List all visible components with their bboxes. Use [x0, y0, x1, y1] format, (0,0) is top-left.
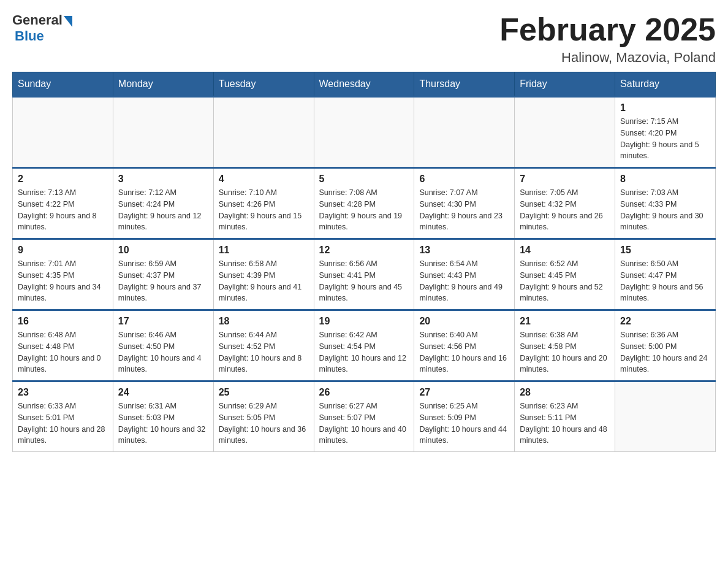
day-number: 19 — [319, 316, 409, 327]
day-number: 1 — [620, 102, 710, 113]
calendar-cell: 24Sunrise: 6:31 AMSunset: 5:03 PMDayligh… — [113, 381, 213, 452]
calendar-cell — [314, 97, 414, 168]
day-number: 4 — [219, 174, 309, 185]
logo-arrow-icon — [64, 16, 72, 27]
logo: General Blue — [12, 12, 74, 44]
logo-general-text: General — [12, 12, 63, 28]
calendar-cell: 27Sunrise: 6:25 AMSunset: 5:09 PMDayligh… — [414, 381, 515, 452]
day-number: 2 — [18, 174, 108, 185]
calendar-cell: 2Sunrise: 7:13 AMSunset: 4:22 PMDaylight… — [13, 168, 113, 239]
day-number: 7 — [520, 174, 610, 185]
day-number: 22 — [620, 316, 710, 327]
weekday-header-friday: Friday — [515, 72, 615, 97]
calendar-week-row: 16Sunrise: 6:48 AMSunset: 4:48 PMDayligh… — [13, 310, 716, 381]
day-number: 13 — [419, 245, 509, 256]
calendar-cell: 20Sunrise: 6:40 AMSunset: 4:56 PMDayligh… — [414, 310, 515, 381]
calendar-cell — [414, 97, 515, 168]
calendar-cell: 25Sunrise: 6:29 AMSunset: 5:05 PMDayligh… — [213, 381, 314, 452]
calendar-cell — [13, 97, 113, 168]
day-info: Sunrise: 6:56 AMSunset: 4:41 PMDaylight:… — [319, 258, 409, 304]
calendar-cell: 3Sunrise: 7:12 AMSunset: 4:24 PMDaylight… — [113, 168, 213, 239]
calendar-cell: 22Sunrise: 6:36 AMSunset: 5:00 PMDayligh… — [615, 310, 716, 381]
day-number: 15 — [620, 245, 710, 256]
calendar-table: SundayMondayTuesdayWednesdayThursdayFrid… — [12, 72, 716, 452]
day-number: 18 — [219, 316, 309, 327]
day-info: Sunrise: 6:36 AMSunset: 5:00 PMDaylight:… — [620, 329, 710, 375]
calendar-cell — [515, 97, 615, 168]
calendar-week-row: 2Sunrise: 7:13 AMSunset: 4:22 PMDaylight… — [13, 168, 716, 239]
day-number: 21 — [520, 316, 610, 327]
day-number: 11 — [219, 245, 309, 256]
day-info: Sunrise: 6:44 AMSunset: 4:52 PMDaylight:… — [219, 329, 309, 375]
day-info: Sunrise: 6:23 AMSunset: 5:11 PMDaylight:… — [520, 400, 610, 446]
calendar-week-row: 9Sunrise: 7:01 AMSunset: 4:35 PMDaylight… — [13, 239, 716, 310]
day-info: Sunrise: 6:31 AMSunset: 5:03 PMDaylight:… — [118, 400, 208, 446]
calendar-cell: 7Sunrise: 7:05 AMSunset: 4:32 PMDaylight… — [515, 168, 615, 239]
day-info: Sunrise: 6:59 AMSunset: 4:37 PMDaylight:… — [118, 258, 208, 304]
day-info: Sunrise: 6:52 AMSunset: 4:45 PMDaylight:… — [520, 258, 610, 304]
day-info: Sunrise: 7:15 AMSunset: 4:20 PMDaylight:… — [620, 116, 710, 162]
day-info: Sunrise: 7:08 AMSunset: 4:28 PMDaylight:… — [319, 187, 409, 233]
day-number: 28 — [520, 387, 610, 398]
title-section: February 2025 Halinow, Mazovia, Poland — [499, 12, 716, 66]
weekday-header-wednesday: Wednesday — [314, 72, 414, 97]
day-info: Sunrise: 6:25 AMSunset: 5:09 PMDaylight:… — [419, 400, 509, 446]
calendar-cell: 6Sunrise: 7:07 AMSunset: 4:30 PMDaylight… — [414, 168, 515, 239]
calendar-cell: 8Sunrise: 7:03 AMSunset: 4:33 PMDaylight… — [615, 168, 716, 239]
weekday-header-thursday: Thursday — [414, 72, 515, 97]
weekday-header-monday: Monday — [113, 72, 213, 97]
day-info: Sunrise: 6:54 AMSunset: 4:43 PMDaylight:… — [419, 258, 509, 304]
calendar-cell — [213, 97, 314, 168]
day-info: Sunrise: 7:01 AMSunset: 4:35 PMDaylight:… — [18, 258, 108, 304]
day-info: Sunrise: 6:40 AMSunset: 4:56 PMDaylight:… — [419, 329, 509, 375]
logo-blue-text: Blue — [15, 28, 74, 44]
month-title: February 2025 — [499, 12, 716, 47]
calendar-cell: 5Sunrise: 7:08 AMSunset: 4:28 PMDaylight… — [314, 168, 414, 239]
calendar-cell: 14Sunrise: 6:52 AMSunset: 4:45 PMDayligh… — [515, 239, 615, 310]
calendar-cell: 16Sunrise: 6:48 AMSunset: 4:48 PMDayligh… — [13, 310, 113, 381]
day-info: Sunrise: 7:07 AMSunset: 4:30 PMDaylight:… — [419, 187, 509, 233]
calendar-cell: 10Sunrise: 6:59 AMSunset: 4:37 PMDayligh… — [113, 239, 213, 310]
day-number: 20 — [419, 316, 509, 327]
day-number: 25 — [219, 387, 309, 398]
day-info: Sunrise: 6:50 AMSunset: 4:47 PMDaylight:… — [620, 258, 710, 304]
calendar-cell: 11Sunrise: 6:58 AMSunset: 4:39 PMDayligh… — [213, 239, 314, 310]
calendar-cell: 12Sunrise: 6:56 AMSunset: 4:41 PMDayligh… — [314, 239, 414, 310]
calendar-cell: 21Sunrise: 6:38 AMSunset: 4:58 PMDayligh… — [515, 310, 615, 381]
day-number: 12 — [319, 245, 409, 256]
day-info: Sunrise: 6:48 AMSunset: 4:48 PMDaylight:… — [18, 329, 108, 375]
day-number: 10 — [118, 245, 208, 256]
calendar-cell: 19Sunrise: 6:42 AMSunset: 4:54 PMDayligh… — [314, 310, 414, 381]
calendar-cell: 26Sunrise: 6:27 AMSunset: 5:07 PMDayligh… — [314, 381, 414, 452]
day-info: Sunrise: 6:58 AMSunset: 4:39 PMDaylight:… — [219, 258, 309, 304]
day-info: Sunrise: 6:46 AMSunset: 4:50 PMDaylight:… — [118, 329, 208, 375]
day-number: 9 — [18, 245, 108, 256]
location-subtitle: Halinow, Mazovia, Poland — [499, 50, 716, 66]
day-number: 17 — [118, 316, 208, 327]
weekday-header-tuesday: Tuesday — [213, 72, 314, 97]
calendar-week-row: 1Sunrise: 7:15 AMSunset: 4:20 PMDaylight… — [13, 97, 716, 168]
day-number: 27 — [419, 387, 509, 398]
day-info: Sunrise: 6:38 AMSunset: 4:58 PMDaylight:… — [520, 329, 610, 375]
calendar-cell: 23Sunrise: 6:33 AMSunset: 5:01 PMDayligh… — [13, 381, 113, 452]
calendar-week-row: 23Sunrise: 6:33 AMSunset: 5:01 PMDayligh… — [13, 381, 716, 452]
calendar-cell: 18Sunrise: 6:44 AMSunset: 4:52 PMDayligh… — [213, 310, 314, 381]
day-info: Sunrise: 7:13 AMSunset: 4:22 PMDaylight:… — [18, 187, 108, 233]
weekday-header-row: SundayMondayTuesdayWednesdayThursdayFrid… — [13, 72, 716, 97]
calendar-cell: 9Sunrise: 7:01 AMSunset: 4:35 PMDaylight… — [13, 239, 113, 310]
day-number: 8 — [620, 174, 710, 185]
day-info: Sunrise: 6:27 AMSunset: 5:07 PMDaylight:… — [319, 400, 409, 446]
day-info: Sunrise: 6:33 AMSunset: 5:01 PMDaylight:… — [18, 400, 108, 446]
day-info: Sunrise: 6:42 AMSunset: 4:54 PMDaylight:… — [319, 329, 409, 375]
day-number: 24 — [118, 387, 208, 398]
day-info: Sunrise: 7:12 AMSunset: 4:24 PMDaylight:… — [118, 187, 208, 233]
day-info: Sunrise: 6:29 AMSunset: 5:05 PMDaylight:… — [219, 400, 309, 446]
calendar-cell: 1Sunrise: 7:15 AMSunset: 4:20 PMDaylight… — [615, 97, 716, 168]
calendar-cell: 4Sunrise: 7:10 AMSunset: 4:26 PMDaylight… — [213, 168, 314, 239]
day-number: 3 — [118, 174, 208, 185]
day-number: 6 — [419, 174, 509, 185]
day-number: 26 — [319, 387, 409, 398]
day-number: 16 — [18, 316, 108, 327]
day-info: Sunrise: 7:03 AMSunset: 4:33 PMDaylight:… — [620, 187, 710, 233]
day-info: Sunrise: 7:10 AMSunset: 4:26 PMDaylight:… — [219, 187, 309, 233]
